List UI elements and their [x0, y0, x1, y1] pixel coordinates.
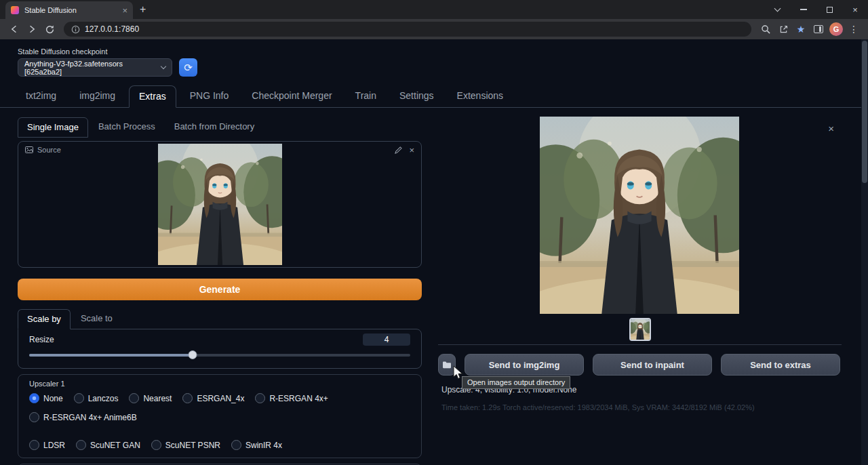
browser-menu-button[interactable]: ⋮: [845, 20, 863, 38]
perf-info-text: Time taken: 1.29s Torch active/reserved:…: [441, 403, 755, 411]
folder-icon: [442, 361, 452, 369]
upscaler1-option-ldsr[interactable]: LDSR: [29, 440, 65, 450]
radio-label: LDSR: [43, 441, 65, 450]
divider: [438, 344, 842, 345]
send-to-img2img-button[interactable]: Send to img2img: [465, 354, 584, 376]
radio-dot-icon: [129, 393, 139, 403]
radio-label: ScuNET GAN: [90, 441, 140, 450]
source-image[interactable]: [158, 144, 282, 265]
send-buttons: Send to img2imgSend to inpaintSend to ex…: [438, 354, 840, 376]
radio-dot-icon: [74, 393, 84, 403]
upscaler1-option-swinir-4x[interactable]: SwinIR 4x: [231, 440, 282, 450]
subtab-batch-from-directory[interactable]: Batch from Directory: [165, 117, 263, 138]
tab-search-chevron-icon[interactable]: [774, 5, 781, 12]
maximize-button[interactable]: [816, 0, 842, 19]
tab-title: Stable Diffusion: [24, 6, 117, 14]
result-image[interactable]: [540, 117, 739, 314]
radio-label: Lanczos: [88, 394, 119, 403]
radio-label: None: [43, 394, 63, 403]
result-thumbnail[interactable]: [629, 318, 651, 341]
browser-toolbar: 127.0.0.1:7860 ★ G ⋮: [0, 19, 868, 39]
extras-left-panel: Single ImageBatch ProcessBatch from Dire…: [18, 113, 422, 465]
tab-png-info[interactable]: PNG Info: [180, 85, 239, 107]
scale-tab-scale-to[interactable]: Scale to: [72, 309, 121, 329]
resize-panel: Resize 4: [18, 329, 422, 369]
radio-dot-icon: [231, 440, 241, 450]
tab-img2img[interactable]: img2img: [70, 85, 125, 107]
radio-dot-icon: [29, 393, 39, 403]
subtab-batch-process[interactable]: Batch Process: [90, 117, 164, 138]
tooltip: Open images output directory: [462, 376, 570, 389]
page-scrollbar[interactable]: [861, 39, 868, 465]
upscaler1-option-lanczos[interactable]: Lanczos: [74, 393, 119, 403]
checkpoint-value: Anything-V3-fp32.safetensors [625a2ba2]: [24, 60, 161, 76]
tab-strip: Stable Diffusion × + ×: [0, 0, 868, 19]
tab-checkpoint-merger[interactable]: Checkpoint Merger: [242, 85, 341, 107]
side-panel-icon[interactable]: [810, 20, 827, 38]
browser-chrome: Stable Diffusion × + × 127.0.0.1:7860: [0, 0, 868, 39]
checkpoint-dropdown[interactable]: Anything-V3-fp32.safetensors [625a2ba2]: [18, 58, 172, 77]
checkpoint-label: Stable Diffusion checkpoint: [18, 47, 850, 56]
url-text[interactable]: 127.0.0.1:7860: [85, 24, 139, 34]
browser-tab[interactable]: Stable Diffusion ×: [5, 1, 133, 19]
minimize-button[interactable]: [791, 0, 816, 19]
upscaler1-option-none[interactable]: None: [29, 393, 63, 403]
tab-settings[interactable]: Settings: [390, 85, 443, 107]
radio-dot-icon: [76, 440, 86, 450]
upscaler1-options: NoneLanczosNearestESRGAN_4xR-ESRGAN 4x+R…: [29, 393, 410, 450]
main-tabs: txt2imgimg2imgExtrasPNG InfoCheckpoint M…: [0, 85, 868, 108]
radio-label: ESRGAN_4x: [197, 394, 244, 403]
tab-txt2img[interactable]: txt2img: [16, 85, 66, 107]
tab-extensions[interactable]: Extensions: [448, 85, 513, 107]
sub-tabs: Single ImageBatch ProcessBatch from Dire…: [18, 117, 422, 138]
radio-dot-icon: [29, 412, 39, 422]
avatar[interactable]: G: [827, 20, 845, 38]
radio-dot-icon: [151, 440, 161, 450]
scale-tab-scale-by[interactable]: Scale by: [18, 309, 71, 329]
send-to-inpaint-button[interactable]: Send to inpaint: [593, 354, 712, 376]
scale-tabs: Scale byScale to: [18, 309, 422, 329]
subtab-single-image[interactable]: Single Image: [18, 117, 88, 138]
resize-label: Resize: [29, 335, 54, 344]
back-button[interactable]: [5, 20, 23, 38]
generate-button[interactable]: Generate: [18, 279, 422, 300]
omnibox[interactable]: 127.0.0.1:7860: [64, 22, 751, 37]
new-tab-button[interactable]: +: [140, 3, 146, 16]
result-close-icon[interactable]: ×: [828, 123, 834, 134]
close-window-button[interactable]: ×: [842, 0, 868, 19]
radio-dot-icon: [182, 393, 193, 403]
forward-button[interactable]: [23, 20, 41, 38]
share-icon[interactable]: [774, 20, 792, 38]
resize-slider-handle[interactable]: [189, 350, 197, 359]
upscaler1-option-r-esrgan-4x[interactable]: R-ESRGAN 4x+: [255, 393, 328, 403]
upscaler1-option-nearest[interactable]: Nearest: [129, 393, 172, 403]
refresh-checkpoint-button[interactable]: ⟳: [179, 58, 197, 77]
source-close-icon[interactable]: ×: [409, 145, 414, 155]
site-info-icon[interactable]: [71, 25, 80, 34]
edit-pencil-icon[interactable]: [395, 146, 402, 154]
upscaler1-option-esrgan-4x[interactable]: ESRGAN_4x: [182, 393, 244, 403]
upscaler1-option-scunet-gan[interactable]: ScuNET GAN: [76, 440, 140, 450]
upscaler1-option-r-esrgan-4x-anime6b[interactable]: R-ESRGAN 4x+ Anime6B: [29, 412, 137, 422]
tab-train[interactable]: Train: [346, 85, 386, 107]
upscaler1-option-scunet-psnr[interactable]: ScuNET PSNR: [151, 440, 220, 450]
bookmark-star-icon[interactable]: ★: [792, 20, 810, 38]
radio-label: R-ESRGAN 4x+: [269, 394, 328, 403]
source-label: Source: [37, 146, 61, 154]
reload-button[interactable]: [41, 20, 58, 38]
resize-value-input[interactable]: 4: [363, 333, 410, 346]
extras-result-panel: × Send to img2imgSend to inpaintSend to …: [438, 113, 850, 432]
scrollbar-thumb[interactable]: [862, 41, 867, 183]
radio-label: ScuNET PSNR: [165, 441, 220, 450]
resize-slider-fill: [29, 354, 193, 357]
source-dropzone[interactable]: Source ×: [18, 141, 422, 268]
zoom-icon[interactable]: [757, 20, 774, 38]
radio-label: SwinIR 4x: [245, 441, 282, 450]
send-to-extras-button[interactable]: Send to extras: [721, 354, 840, 376]
tab-extras[interactable]: Extras: [129, 85, 176, 108]
tab-close-icon[interactable]: ×: [122, 6, 127, 15]
image-icon: [25, 146, 33, 153]
stable-diffusion-webui: Stable Diffusion checkpoint Anything-V3-…: [0, 39, 868, 465]
resize-slider[interactable]: [29, 350, 410, 360]
thumbnail-image: [631, 319, 650, 340]
